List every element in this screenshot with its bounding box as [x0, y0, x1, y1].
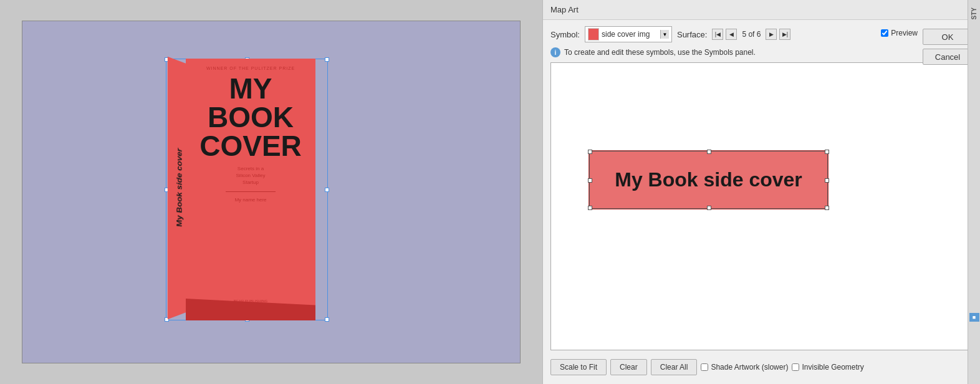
dialog-content: Symbol: side cover img ▼ Surface: |◀ ◀ 5…: [543, 20, 980, 384]
map-handle-bc[interactable]: [707, 206, 711, 210]
cancel-button[interactable]: Cancel: [923, 49, 973, 65]
action-buttons: OK Cancel: [923, 29, 973, 65]
dialog-panel: Map Art Symbol: side cover img ▼ Surface…: [542, 0, 980, 384]
canvas-frame: My Book side cover WINNER OF THE PULITZE…: [22, 21, 521, 363]
preview-checkbox[interactable]: [881, 29, 888, 37]
invisible-geometry-label: Invisible Geometry: [802, 363, 863, 372]
book-title: MY BOOK COVER: [199, 74, 302, 160]
book-winner-text: WINNER OF THE PULITZER PRIZE: [206, 66, 295, 70]
handle-tr[interactable]: [325, 57, 329, 62]
blue-tab[interactable]: ■: [969, 313, 979, 322]
book-title-line1: MY: [199, 74, 302, 103]
surface-label: Surface:: [677, 30, 707, 39]
blue-tab-label: ■: [973, 314, 976, 320]
shade-artwork-checkbox-label[interactable]: Shade Artwork (slower): [701, 363, 788, 372]
info-text: To create and edit these symbols, use th…: [564, 48, 756, 57]
symbol-dropdown-arrow[interactable]: ▼: [660, 30, 669, 39]
surface-prev-btn[interactable]: ◀: [726, 29, 737, 40]
sty-panel: STY ■: [968, 0, 980, 384]
symbol-label: Symbol:: [550, 30, 580, 39]
book-author: My name here: [234, 197, 266, 203]
book-title-line2: BOOK: [199, 103, 302, 132]
ok-button[interactable]: OK: [923, 29, 973, 45]
map-handle-mr[interactable]: [825, 178, 829, 183]
map-handle-ml[interactable]: [588, 178, 592, 183]
map-handle-tc[interactable]: [707, 150, 711, 154]
canvas-area: My Book side cover WINNER OF THE PULITZE…: [0, 0, 542, 384]
preview-canvas[interactable]: My Book side cover: [550, 62, 973, 350]
book-title-line3: COVER: [199, 132, 302, 160]
surface-first-btn[interactable]: |◀: [712, 29, 723, 40]
book-container: My Book side cover WINNER OF THE PULITZE…: [166, 59, 328, 320]
map-handle-tr[interactable]: [825, 150, 829, 154]
map-handle-br[interactable]: [825, 206, 829, 210]
surface-last-btn[interactable]: ▶|: [779, 29, 790, 40]
spine-text: My Book side cover: [175, 148, 183, 228]
preview-row: Preview: [881, 29, 918, 37]
clear-all-button[interactable]: Clear All: [651, 359, 698, 375]
surface-controls: |◀ ◀ 5 of 6 ▶ ▶|: [712, 29, 790, 40]
invisible-geometry-checkbox[interactable]: [792, 363, 799, 371]
info-icon: i: [550, 47, 560, 57]
map-selection: [589, 151, 828, 209]
clear-button[interactable]: Clear: [610, 359, 647, 375]
symbol-name: side cover img: [602, 30, 658, 39]
mapped-art[interactable]: My Book side cover: [588, 150, 829, 209]
symbol-preview-icon: [588, 28, 599, 41]
dialog-title: Map Art: [543, 0, 980, 20]
scale-to-fit-button[interactable]: Scale to Fit: [550, 359, 607, 375]
shade-artwork-label: Shade Artwork (slower): [711, 363, 788, 372]
handle-mr[interactable]: [325, 188, 329, 192]
map-handle-bl[interactable]: [588, 206, 592, 210]
surface-info: 5 of 6: [739, 30, 763, 39]
book-line: [226, 191, 276, 192]
invisible-geometry-checkbox-label[interactable]: Invisible Geometry: [792, 363, 863, 372]
info-row: i To create and edit these symbols, use …: [550, 47, 973, 57]
map-handle-tl[interactable]: [588, 150, 592, 154]
bottom-toolbar: Scale to Fit Clear Clear All Shade Artwo…: [550, 355, 973, 378]
book-subtitle: Secrets in aSilicon ValleyStartup: [236, 165, 266, 186]
surface-next-btn[interactable]: ▶: [766, 29, 777, 40]
sty-label: STY: [971, 7, 978, 19]
preview-checkbox-label[interactable]: Preview: [881, 29, 918, 37]
book-front: WINNER OF THE PULITZER PRIZE MY BOOK COV…: [186, 59, 315, 308]
shade-artwork-checkbox[interactable]: [701, 363, 708, 371]
symbol-selector[interactable]: side cover img ▼: [585, 26, 672, 42]
preview-label: Preview: [891, 29, 918, 37]
handle-br[interactable]: [325, 317, 329, 322]
